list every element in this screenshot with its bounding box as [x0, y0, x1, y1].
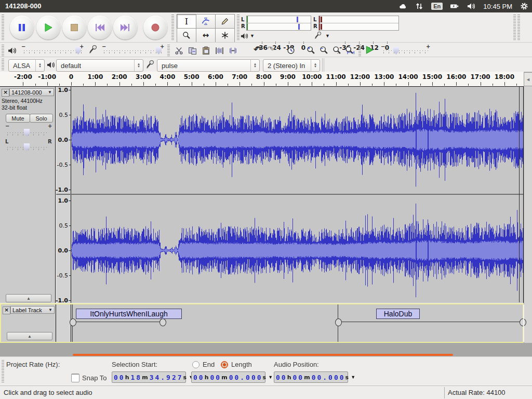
- input-device-combo[interactable]: pulse▲▼: [157, 59, 260, 72]
- toolbar-grip[interactable]: [237, 15, 240, 41]
- network-arrows-icon[interactable]: [415, 2, 424, 10]
- ruler-major-tick: [408, 82, 409, 86]
- track-title-menu[interactable]: 141208-000▼: [9, 88, 54, 96]
- clock[interactable]: 10:45 PM: [483, 3, 512, 10]
- label-start-handle[interactable]: [335, 318, 342, 326]
- toolbar-grip[interactable]: [2, 45, 4, 56]
- fit-selection-button[interactable]: ↔: [331, 45, 342, 55]
- ruler-minor-tick: [251, 84, 252, 86]
- output-device-speaker-icon: [46, 60, 55, 69]
- paste-button[interactable]: [201, 46, 211, 55]
- play-at-speed-button[interactable]: [364, 45, 375, 55]
- selection-length-field[interactable]: 00h 00m 00.000s ▼: [191, 371, 265, 383]
- stop-button[interactable]: [62, 16, 86, 39]
- toolbar-grip[interactable]: [167, 45, 170, 56]
- vertical-scale-tick: [69, 275, 71, 276]
- record-button[interactable]: [143, 16, 167, 39]
- meter-channel-label: L: [313, 17, 316, 22]
- recording-meter[interactable]: [318, 16, 399, 31]
- label-area[interactable]: ItOnlyHurtsWhenILaughHaloDub: [71, 304, 523, 342]
- label-track-collapse-button[interactable]: ▲: [7, 332, 52, 340]
- toolbar-grip[interactable]: [171, 15, 174, 41]
- fit-project-button[interactable]: ⊢⊣: [344, 45, 354, 55]
- output-volume-speaker-icon: [7, 46, 17, 55]
- input-channels-combo[interactable]: 2 (Stereo) In▲▼: [263, 59, 320, 72]
- solo-button[interactable]: Solo: [30, 114, 53, 123]
- toolbar-grip[interactable]: [517, 15, 520, 41]
- ruler-tick-label: 9:00: [280, 73, 296, 81]
- input-volume-slider[interactable]: [104, 50, 163, 51]
- volume-icon[interactable]: [467, 2, 476, 10]
- keyboard-layout-indicator[interactable]: En: [431, 3, 443, 10]
- toolbar-grip[interactable]: [358, 45, 361, 56]
- ruler-tick-label: 12:00: [350, 73, 370, 81]
- snap-to-checkbox[interactable]: [71, 374, 79, 382]
- toolbar-grip[interactable]: [2, 360, 4, 383]
- label-track-title-menu[interactable]: Label Track▼: [10, 306, 55, 314]
- ruler-tick-label: 10:00: [302, 73, 322, 81]
- toolbar-grip[interactable]: [2, 59, 4, 70]
- zoom-out-button[interactable]: −: [318, 45, 329, 55]
- draw-tool-button[interactable]: [215, 14, 235, 29]
- trim-audio-button[interactable]: [214, 46, 224, 55]
- label-text-box[interactable]: ItOnlyHurtsWhenILaugh: [76, 309, 182, 319]
- label-track-panel[interactable]: × Label Track▼ ▲: [1, 304, 56, 342]
- label-edit-line: [523, 304, 524, 342]
- pause-button[interactable]: [10, 16, 34, 39]
- radio-end-label[interactable]: End: [203, 361, 215, 368]
- selection-start-field[interactable]: 00h 18m 34.927s ▼: [112, 371, 186, 383]
- cut-button[interactable]: [174, 46, 184, 55]
- timeline-ruler[interactable]: -2:00-1:0001:002:003:004:005:006:007:008…: [0, 72, 524, 87]
- output-device-combo[interactable]: default▲▼: [56, 59, 143, 72]
- toolbar-grip[interactable]: [2, 15, 4, 41]
- track-collapse-button[interactable]: ▲: [6, 294, 51, 302]
- ruler-minor-tick: [228, 84, 228, 86]
- skip-to-end-button[interactable]: [113, 16, 137, 39]
- label-end-handle[interactable]: [159, 318, 166, 326]
- radio-end[interactable]: [192, 361, 200, 368]
- cloud-indicator-icon[interactable]: [398, 2, 407, 10]
- ruler-pin-button[interactable]: ◄: [524, 72, 532, 86]
- copy-button[interactable]: [187, 46, 197, 55]
- playback-meter[interactable]: [246, 16, 311, 31]
- selection-toolbar: Project Rate (Hz): 44100▼ Snap To Select…: [0, 356, 532, 385]
- label-start-handle[interactable]: [70, 318, 76, 326]
- track-control-panel[interactable]: × 141208-000▼ Stereo, 44100Hz 32-bit flo…: [0, 86, 56, 303]
- battery-icon[interactable]: [450, 2, 459, 10]
- label-bar: [72, 322, 162, 322]
- audio-host-combo[interactable]: ALSA▲▼: [8, 59, 45, 72]
- multi-tool-button[interactable]: [215, 28, 235, 43]
- audio-position-field[interactable]: 00h 00m 00.000s ▼: [274, 371, 348, 383]
- track-close-button[interactable]: ×: [2, 89, 9, 97]
- recording-meter-dropdown[interactable]: ▼: [325, 33, 330, 38]
- selection-tool-button[interactable]: I: [177, 14, 196, 29]
- gear-menu-icon[interactable]: [520, 2, 529, 10]
- output-volume-slider[interactable]: [24, 50, 83, 51]
- play-speed-slider[interactable]: [383, 50, 429, 51]
- label-text-box[interactable]: HaloDub: [376, 309, 420, 319]
- zoom-tool-button[interactable]: [177, 28, 196, 43]
- input-device-mic-icon: [145, 60, 155, 69]
- waveform-canvas[interactable]: [71, 87, 523, 303]
- timer-record-icon[interactable]: [286, 45, 296, 55]
- redo-button[interactable]: ↷: [265, 44, 276, 55]
- mute-button[interactable]: Mute: [6, 114, 30, 123]
- vertical-scrollbar[interactable]: [524, 86, 532, 356]
- radio-length[interactable]: [221, 361, 228, 368]
- toolbar-grip[interactable]: [513, 15, 516, 41]
- ruler-tick-label: 11:00: [326, 73, 346, 81]
- envelope-tool-button[interactable]: [196, 14, 216, 29]
- playback-meter-dropdown[interactable]: ▼: [250, 33, 255, 38]
- skip-to-start-button[interactable]: [88, 16, 112, 39]
- play-button[interactable]: [36, 16, 60, 39]
- label-track-close-button[interactable]: ×: [3, 307, 10, 314]
- radio-length-label[interactable]: Length: [231, 361, 252, 368]
- recording-peak-right: [321, 24, 322, 30]
- horizontal-scrollbar-thumb[interactable]: [73, 354, 453, 356]
- timeshift-tool-button[interactable]: ↔: [196, 28, 216, 43]
- undo-button[interactable]: ↶: [251, 44, 263, 55]
- zoom-in-button[interactable]: +: [305, 45, 316, 55]
- silence-audio-button[interactable]: [228, 46, 238, 55]
- ruler-minor-tick: [493, 84, 493, 86]
- label-track[interactable]: × Label Track▼ ▲ ItOnlyHurtsWhenILaughHa…: [0, 303, 524, 343]
